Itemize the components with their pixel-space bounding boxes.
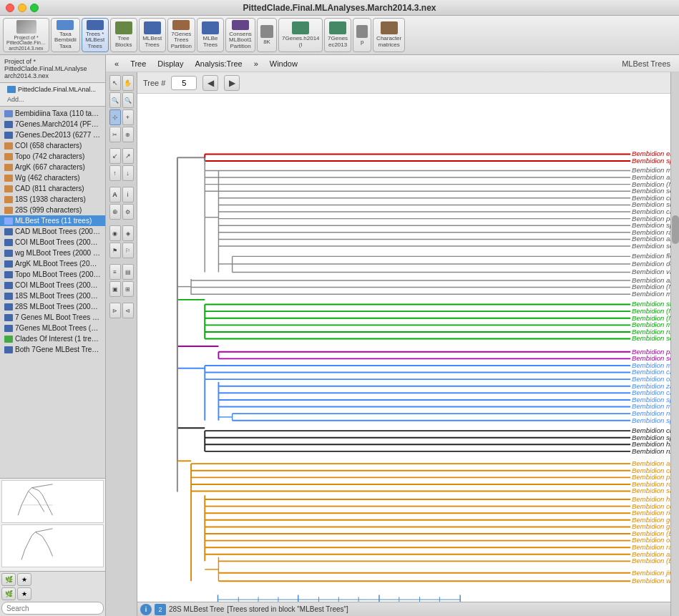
lt-btn-arrow3[interactable]: ↗: [122, 148, 134, 164]
sidebar-add-item[interactable]: Add...: [3, 94, 102, 104]
sidebar-tab-leaf[interactable]: 🌿: [1, 573, 16, 586]
sidebar-item-wg-mlboot[interactable]: wg MLBoot Trees (2000 t...: [0, 248, 105, 258]
sidebar-item-bembidiina[interactable]: Bembidiina Taxa (110 taxa): [0, 108, 105, 119]
lt-btn-zoom-in[interactable]: 🔍: [109, 92, 121, 108]
sidebar-item-argk[interactable]: ArgK (667 characters): [0, 162, 105, 172]
toolbar-mlbest[interactable]: MLBestTrees: [139, 18, 166, 52]
toolbar-char-matrices[interactable]: Charactermatrices: [373, 18, 405, 52]
lt-pair-bottom: ⊳ ⊲: [109, 303, 134, 318]
lt-pair-scissors: ✂ ⊕: [109, 127, 134, 142]
sidebar-item-7genes-boot[interactable]: 7 Genes ML Boot Trees (2...: [0, 312, 105, 323]
lt-btn-bottom1[interactable]: ⊳: [109, 303, 121, 318]
toolbar-taxa[interactable]: TaxaBembidiiTaxa: [51, 18, 80, 52]
lt-btn-label[interactable]: A: [109, 187, 121, 202]
sidebar-item-28s-mlboot[interactable]: 28S MLBoot Trees (2000 t...: [0, 301, 105, 312]
sidebar-file-item[interactable]: PittedClade.Final.MLAnal...: [3, 84, 102, 94]
toolbar-7genes-h2014[interactable]: 7Genes.h2014 (l: [278, 18, 323, 52]
sidebar-item-18s[interactable]: 18S (1938 characters): [0, 194, 105, 205]
tree-next-btn[interactable]: ▶: [224, 75, 240, 91]
right-scrollbar[interactable]: [670, 72, 679, 616]
toolbar-8k[interactable]: 8K: [257, 18, 277, 52]
sidebar-item-coi-mlboot[interactable]: COI MLBoot Trees (2000 t...: [0, 237, 105, 248]
menu-forward[interactable]: »: [248, 58, 264, 69]
scrollbar-thumb[interactable]: [672, 215, 679, 244]
lt-btn-misc2[interactable]: ⊞: [122, 281, 134, 297]
sidebar-tab-leaf2[interactable]: 🌿: [1, 587, 16, 600]
sidebar-item-mlbest-trees[interactable]: MLBest Trees (11 trees): [0, 215, 105, 226]
sidebar: Project of * PittedClade.Final.MLAnalyse…: [0, 55, 106, 616]
sidebar-tab-star[interactable]: ★: [17, 573, 31, 586]
menu-back[interactable]: «: [109, 58, 124, 69]
lt-btn-crosshair[interactable]: +: [122, 109, 134, 125]
sidebar-item-topo[interactable]: Topo (742 characters): [0, 151, 105, 162]
toolbar-project[interactable]: Project of *PittedClade.Final.MLAnalysea…: [3, 18, 49, 52]
sidebar-item-coi-mlboot2[interactable]: COI MLBoot Trees (2000 t...: [0, 280, 105, 290]
tree-prev-btn[interactable]: ◀: [202, 75, 218, 91]
sidebar-item-18s-mlboot[interactable]: 18S MLBoot Trees (2000 t...: [0, 290, 105, 301]
svg-text:Bembidion sp. nr. Ionae: Bembidion sp. nr. Ionae: [632, 157, 670, 165]
toolbar-consens[interactable]: ConsensMLBoot1Partition: [225, 18, 255, 52]
toolbar-tree-blocks[interactable]: TreeBlocks: [110, 18, 137, 52]
status-tree-label: 28S MLBest Tree: [169, 605, 224, 613]
lt-btn-settings[interactable]: ⚙: [122, 204, 134, 220]
lt-pair-nav: ⊕ ⚙: [109, 204, 134, 220]
lt-btn-zoom2[interactable]: ⊕: [122, 127, 134, 142]
svg-text:Bembidion rufoplagiatum: Bembidion rufoplagiatum: [632, 447, 670, 455]
lt-btn-cursor[interactable]: ⊹: [109, 109, 121, 125]
lt-btn-scissors[interactable]: ✂: [109, 127, 121, 142]
lt-btn-nav[interactable]: ⊕: [109, 204, 121, 220]
menubar-right-label: MLBest Trees: [622, 59, 676, 68]
lt-btn-arrow2[interactable]: ↙: [109, 148, 121, 164]
lt-btn-info[interactable]: i: [122, 187, 134, 202]
lt-btn-bottom2[interactable]: ⊲: [122, 303, 134, 318]
lt-btn-hand[interactable]: ✋: [122, 75, 134, 91]
sidebar-item-cad-mlboot[interactable]: CAD MLBoot Trees (2000...: [0, 226, 105, 237]
sidebar-item-28s[interactable]: 28S (999 characters): [0, 205, 105, 215]
minimize-button[interactable]: [18, 4, 26, 12]
window-title: PittedClade.Final.MLAnalyses.March2014.3…: [243, 3, 436, 13]
svg-text:Bembidion scitulum: Bembidion scitulum: [632, 334, 670, 342]
menu-analysis-tree[interactable]: Analysis:Tree: [189, 58, 248, 69]
sidebar-thumbnail: [0, 478, 105, 571]
lt-pair-arrow: ↖ ✋: [109, 75, 134, 91]
lt-btn-color[interactable]: ◉: [109, 225, 121, 241]
menu-tree[interactable]: Tree: [124, 58, 152, 69]
sidebar-item-argk-mlboot[interactable]: ArgK MLBoot Trees (2000...: [0, 258, 105, 269]
status-block-info: [Trees stored in block "MLBest Trees"]: [227, 605, 348, 613]
sidebar-tab-star2[interactable]: ★: [17, 587, 31, 600]
sidebar-bottom: 🌿 ★ 🌿 ★: [0, 571, 105, 616]
toolbar-7genes[interactable]: 7GenesTreesPartition: [167, 18, 195, 52]
sidebar-item-cad[interactable]: CAD (811 characters): [0, 183, 105, 194]
lt-btn-arrow[interactable]: ↖: [109, 75, 121, 91]
lt-btn-down[interactable]: ↓: [122, 165, 134, 181]
menu-window[interactable]: Window: [264, 58, 303, 69]
sidebar-item-coi[interactable]: COI (658 characters): [0, 140, 105, 151]
toolbar-mlbe-trees[interactable]: MLBeTrees: [197, 18, 224, 52]
menu-display[interactable]: Display: [152, 58, 189, 69]
lt-btn-flag2[interactable]: ⚐: [122, 243, 134, 258]
lt-btn-zoom-out[interactable]: 🔍: [122, 92, 134, 108]
lt-btn-misc[interactable]: ▣: [109, 281, 121, 297]
sidebar-item-wg[interactable]: Wg (462 characters): [0, 172, 105, 183]
sidebar-item-topo-mlboot[interactable]: Topo MLBoot Trees (2000...: [0, 269, 105, 280]
lt-btn-up[interactable]: ↑: [109, 165, 121, 181]
sidebar-item-7genes-mlboot-pa[interactable]: 7Genes MLBoot Trees (Pa...: [0, 323, 105, 333]
toolbar-p[interactable]: p: [353, 18, 371, 52]
close-button[interactable]: [6, 4, 14, 12]
lt-btn-chart[interactable]: ≡: [109, 264, 121, 280]
sidebar-item-both-7gene[interactable]: Both 7Gene MLBest Trees...: [0, 344, 105, 355]
toolbar-tree-blocks-label: TreeBlocks: [115, 36, 132, 49]
sidebar-item-clades[interactable]: Clades Of Interest (1 tree...: [0, 333, 105, 344]
lt-btn-chart2[interactable]: ▤: [122, 264, 134, 280]
lt-btn-flag[interactable]: ⚑: [109, 243, 121, 258]
sidebar-item-7genes-march[interactable]: 7Genes.March2014 (PF) (6: [0, 119, 105, 129]
lt-btn-color2[interactable]: ◈: [122, 225, 134, 241]
sidebar-item-7genes-dec[interactable]: 7Genes.Dec2013 (6277 ch...: [0, 129, 105, 140]
toolbar-taxa-label: TaxaBembidiiTaxa: [54, 31, 77, 50]
toolbar-7genes-ec2013[interactable]: 7Genesec2013: [324, 18, 351, 52]
sidebar-search[interactable]: [1, 602, 104, 615]
toolbar-trees[interactable]: Trees *MLBestTrees: [82, 18, 109, 52]
tree-number-input[interactable]: [171, 76, 197, 90]
maximize-button[interactable]: [30, 4, 39, 12]
lt-pair-text: A i: [109, 187, 134, 202]
